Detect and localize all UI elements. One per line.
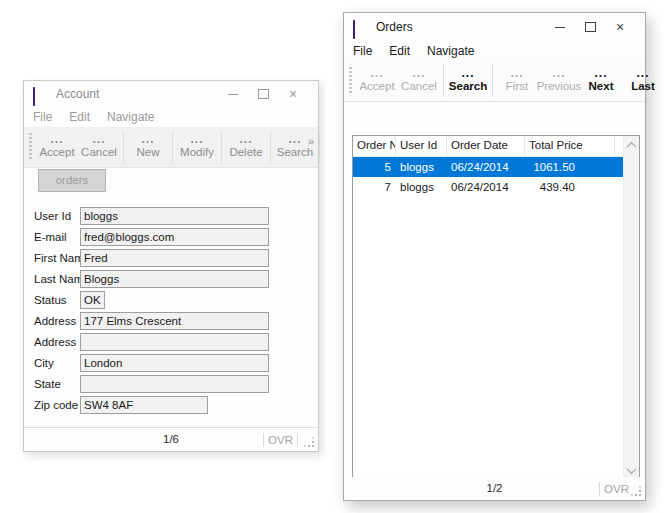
toolbar-button-label: Accept — [359, 80, 394, 92]
field-input-address[interactable]: 177 Elms Crescent — [80, 312, 269, 330]
table-body: 5bloggs06/24/20141061.507bloggs06/24/201… — [353, 157, 639, 197]
form-row: Zip codeSW4 8AF — [34, 396, 269, 414]
ellipsis-icon: ... — [239, 137, 252, 142]
field-label-address: Address — [34, 315, 80, 327]
toolbar-button-last[interactable]: ...Last — [622, 69, 664, 94]
toolbar-separator — [172, 131, 173, 163]
toolbar-button-cancel[interactable]: ...Cancel — [78, 135, 120, 160]
menu-item-navigate[interactable]: Navigate — [107, 110, 154, 124]
window-title: Orders — [376, 20, 413, 34]
form-row: StatusOK — [34, 291, 269, 309]
toolbar-button-first[interactable]: ...First — [496, 69, 538, 94]
close-button[interactable]: × — [605, 13, 635, 41]
account-window: Account × FileEditNavigate ...Accept...C… — [23, 80, 319, 452]
toolbar: ...Accept...Cancel...Search...First...Pr… — [344, 61, 645, 102]
title-bar[interactable]: Account × — [24, 81, 318, 107]
minimize-button[interactable] — [545, 13, 575, 41]
menu-item-edit[interactable]: Edit — [389, 44, 410, 58]
monitor-icon — [33, 88, 47, 100]
toolbar-button-accept[interactable]: ...Accept — [356, 69, 398, 94]
menu-item-edit[interactable]: Edit — [69, 110, 90, 124]
toolbar-button-label: Last — [631, 80, 655, 92]
window-title: Account — [56, 87, 99, 101]
toolbar-button-modify[interactable]: ...Modify — [176, 135, 218, 160]
scroll-down-button[interactable] — [624, 463, 639, 478]
status-bar: 1/6 OVR — [24, 427, 318, 451]
toolbar-button-cancel[interactable]: ...Cancel — [398, 69, 440, 94]
orders-table: Order NoUser IdOrder DateTotal Price 5bl… — [352, 135, 640, 481]
account-form: User IdbloggsE-mailfred@bloggs.comFirst … — [34, 207, 269, 417]
table-header: Order NoUser IdOrder DateTotal Price — [353, 136, 623, 157]
toolbar-button-label: Cancel — [401, 80, 437, 92]
status-separator — [599, 482, 600, 496]
toolbar-button-label: New — [136, 146, 159, 158]
toolbar-overflow-button[interactable]: » — [308, 135, 314, 147]
cell-order-date: 06/24/2014 — [447, 161, 525, 173]
toolbar-separator — [221, 131, 222, 163]
field-input-zip-code[interactable]: SW4 8AF — [80, 396, 208, 414]
field-input-last-name[interactable]: Bloggs — [80, 270, 269, 288]
ellipsis-icon: ... — [636, 71, 649, 76]
field-label-first-name: First Name — [34, 252, 80, 264]
field-input-user-id[interactable]: bloggs — [80, 207, 269, 225]
ovr-indicator: OVR — [604, 483, 629, 495]
toolbar-button-previous[interactable]: ...Previous — [538, 69, 580, 94]
chevron-down-icon — [627, 464, 637, 474]
toolbar-button-accept[interactable]: ...Accept — [36, 135, 78, 160]
table-row[interactable]: 7bloggs06/24/2014439.40 — [353, 177, 623, 197]
title-bar[interactable]: Orders × — [344, 13, 645, 41]
toolbar-button-search[interactable]: ...Search — [447, 69, 489, 94]
status-separator — [263, 433, 264, 447]
menu-item-file[interactable]: File — [33, 110, 52, 124]
scroll-up-button[interactable] — [624, 138, 639, 153]
menu-item-navigate[interactable]: Navigate — [427, 44, 474, 58]
toolbar-button-new[interactable]: ...New — [127, 135, 169, 160]
toolbar-grip[interactable] — [349, 67, 352, 95]
toolbar-grip[interactable] — [29, 133, 32, 161]
form-row: State — [34, 375, 269, 393]
header-cell-order-no[interactable]: Order No — [353, 136, 396, 156]
vertical-scrollbar[interactable] — [623, 136, 639, 480]
header-cell-user-id[interactable]: User Id — [396, 136, 447, 156]
close-button[interactable]: × — [278, 81, 308, 107]
minimize-button[interactable] — [218, 81, 248, 107]
ellipsis-icon: ... — [510, 71, 523, 76]
field-label-status: Status — [34, 294, 80, 306]
field-input-address-2[interactable] — [80, 333, 269, 351]
close-icon: × — [616, 20, 624, 34]
field-input-state[interactable] — [80, 375, 269, 393]
menu-item-file[interactable]: File — [353, 44, 372, 58]
form-row: Address177 Elms Crescent — [34, 312, 269, 330]
table-row[interactable]: 5bloggs06/24/20141061.50 — [353, 157, 623, 177]
field-input-status[interactable]: OK — [80, 291, 105, 309]
ovr-indicator: OVR — [268, 434, 293, 446]
header-cell-order-date[interactable]: Order Date — [447, 136, 525, 156]
menu-bar: FileEditNavigate — [24, 107, 318, 127]
resize-grip-icon[interactable] — [631, 486, 641, 496]
field-input-city[interactable]: London — [80, 354, 269, 372]
toolbar-button-label: Delete — [229, 146, 262, 158]
field-label-user-id: User Id — [34, 210, 80, 222]
maximize-icon — [585, 22, 596, 32]
field-label-zip-code: Zip code — [34, 399, 80, 411]
toolbar: ...Accept...Cancel...New...Modify...Dele… — [24, 127, 318, 168]
status-separator — [297, 433, 298, 447]
cell-user-id: bloggs — [396, 181, 447, 193]
orders-button[interactable]: orders — [38, 169, 106, 192]
toolbar-button-label: First — [506, 80, 528, 92]
toolbar-button-next[interactable]: ...Next — [580, 69, 622, 94]
toolbar-button-delete[interactable]: ...Delete — [225, 135, 267, 160]
resize-grip-icon[interactable] — [304, 437, 314, 447]
toolbar-button-label: Cancel — [81, 146, 117, 158]
toolbar-separator — [492, 65, 493, 97]
field-input-first-name[interactable]: Fred — [80, 249, 269, 267]
ellipsis-icon: ... — [370, 71, 383, 76]
maximize-button[interactable] — [248, 81, 278, 107]
form-row: CityLondon — [34, 354, 269, 372]
header-cell-total-price[interactable]: Total Price — [525, 136, 615, 156]
ellipsis-icon: ... — [190, 137, 203, 142]
field-input-e-mail[interactable]: fred@bloggs.com — [80, 228, 269, 246]
maximize-button[interactable] — [575, 13, 605, 41]
toolbar-button-label: Search — [277, 146, 313, 158]
toolbar-separator — [123, 131, 124, 163]
